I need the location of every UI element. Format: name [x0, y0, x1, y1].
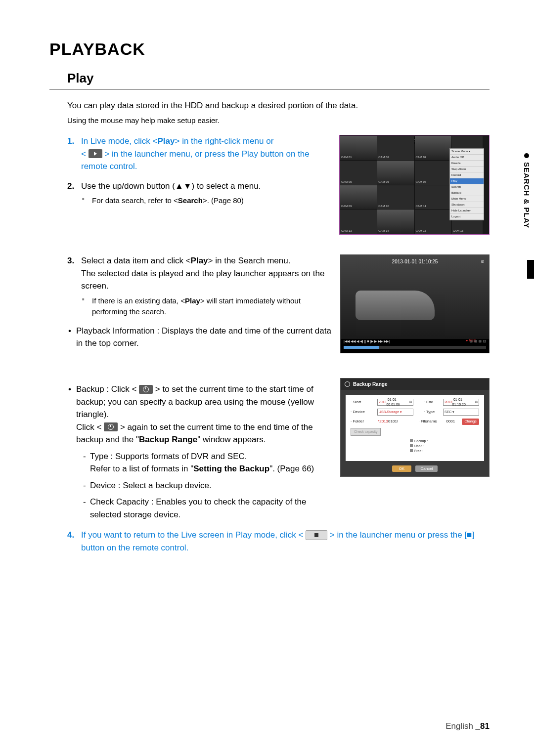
tb-last[interactable]: ▶▶| — [384, 339, 390, 344]
cam-label: CAM 01 — [341, 155, 352, 160]
dash1-a: Type : Supports formats of DVR and SEC. — [90, 452, 247, 461]
step-4-num: 4. — [67, 529, 74, 542]
fig1-context-menu[interactable]: Scene Mode ▸ Audio Off Freeze Stop Alarm… — [449, 148, 484, 220]
fig2-timestamp: 2013-01-01 01:10:25 — [392, 258, 438, 265]
tb-stepback[interactable]: ◀| — [360, 339, 363, 344]
fig3-end-field[interactable]: 2013-01-01 01:10:25 ⧉ — [443, 399, 479, 406]
side-tab-label: SEARCH & PLAY — [523, 162, 531, 228]
fig2-rec: ● REC — [466, 338, 476, 343]
fig3-folder-lbl: · Folder — [351, 419, 375, 424]
step-1-num: 1. — [67, 135, 74, 148]
fig3-device-field[interactable]: USB-Storage ▾ — [377, 409, 413, 416]
dash1-d: ". (Page 66) — [269, 464, 314, 473]
backup-icon — [345, 381, 350, 387]
clock-icon — [104, 422, 118, 431]
tb-back[interactable]: ◀ — [356, 339, 359, 344]
dash-capacity: Check Capacity : Enables you to check th… — [76, 496, 331, 521]
step-2-sub-c: >. (Page 80) — [203, 196, 244, 205]
car-shape — [356, 291, 435, 320]
step-4-a: If you want to return to the Live screen… — [81, 530, 306, 540]
intro-line-2: Using the mouse may help make setup easi… — [67, 115, 490, 126]
step-1-play: Play — [158, 136, 175, 146]
figure-playback-screen: 2013-01-01 01:10:25 ⎚ |◀◀ ◀◀ ◀ ◀| || ■ |… — [340, 254, 490, 353]
cam-label: CAM 02 — [378, 155, 389, 160]
ctx-item[interactable]: Stop Alarm — [450, 167, 484, 172]
tb-play[interactable]: ▶ — [374, 339, 377, 344]
fig3-check-capacity-button[interactable]: Check capacity — [351, 428, 381, 436]
intro-line-1: You can play data stored in the HDD and … — [67, 99, 490, 112]
section-side-tab: SEARCH & PLAY — [519, 153, 534, 257]
backup-c: Click < — [76, 422, 104, 432]
ctx-item[interactable]: Freeze — [450, 161, 484, 167]
fig3-type-field[interactable]: SEC ▾ — [443, 409, 479, 416]
fig3-start-field[interactable]: 2013-01-01 00:01:06 ⧉ — [377, 399, 413, 406]
step-3: 3. Select a data item and click <Play> i… — [67, 254, 331, 318]
fig3-device-lbl: · Device — [351, 409, 374, 415]
tb-stop[interactable]: ■ — [367, 339, 369, 344]
footer-sep: _ — [476, 721, 480, 731]
dash1-c: Setting the Backup — [193, 464, 269, 473]
ctx-item[interactable]: Hide Launcher — [450, 208, 484, 214]
step-2: 2. Use the up/down button (▲▼) to select… — [67, 180, 330, 207]
fig2-progress[interactable] — [344, 346, 486, 349]
ctx-item[interactable]: Scene Mode ▸ — [450, 149, 484, 155]
step-4-c: ■ — [467, 530, 472, 540]
page-edge-marker — [527, 260, 534, 279]
step-3-a: Select a data item and click < — [81, 256, 191, 265]
playback-info-bullet: Playback Information : Displays the date… — [67, 325, 331, 350]
dash-type: Type : Supports formats of DVR and SEC. … — [76, 450, 331, 475]
ctx-item[interactable]: Audio Off — [450, 155, 484, 161]
ctx-item[interactable]: Main Menu — [450, 196, 484, 202]
ctx-item[interactable]: Search — [450, 184, 484, 190]
fig3-title: Backup Range — [353, 380, 387, 388]
fig3-ok-button[interactable]: OK — [392, 465, 412, 472]
fig3-stats: Backup : Used : Free : — [410, 439, 479, 453]
step-3-sub-a: If there is an existing data, < — [92, 296, 185, 305]
backup-f: " window appears. — [197, 435, 266, 444]
tb-rw[interactable]: ◀◀ — [351, 339, 356, 344]
step-2-sub-a: For data search, refer to < — [92, 196, 178, 205]
step-3-b: > in the Search menu. — [208, 256, 291, 265]
backup-bullet: Backup : Click < > to set the current ti… — [67, 383, 331, 446]
tb-stepfwd[interactable]: |▶ — [370, 339, 374, 344]
ctx-item[interactable]: Shutdown — [450, 202, 484, 208]
fig3-type-lbl: · Type — [424, 409, 440, 415]
cam-label: CAM 05 — [341, 180, 352, 184]
ctx-item-play[interactable]: Play — [450, 178, 484, 184]
cam-label: CAM 13 — [341, 229, 352, 233]
tb-pause[interactable]: || — [364, 339, 366, 344]
cam-label: CAM 14 — [378, 229, 389, 233]
cam-label: CAM 07 — [416, 180, 427, 184]
ctx-item[interactable]: Logout — [450, 214, 484, 220]
fig3-filename-lbl: · Filename — [418, 419, 443, 424]
figure-backup-range-dialog: Backup Range · Start 2013-01-01 00:01:06… — [340, 378, 490, 477]
fig3-filename-val: 0001 — [446, 419, 455, 424]
ctx-item[interactable]: Backup — [450, 190, 484, 196]
fig3-folder-val: \20130101\ — [378, 419, 398, 424]
step-2-num: 2. — [67, 180, 74, 193]
fig3-change-button[interactable]: Change — [462, 419, 479, 425]
bullet-dot — [524, 153, 529, 158]
cam-label: CAM 03 — [416, 155, 427, 160]
clock-icon — [139, 385, 153, 394]
step-1-text-c: < — [81, 149, 89, 159]
step-3-c: The selected data is played and the play… — [81, 269, 324, 291]
cam-label: CAM 06 — [378, 180, 389, 184]
play-icon — [89, 149, 102, 158]
fig3-cancel-button[interactable]: Cancel — [415, 465, 438, 472]
fig3-end-lbl: · End — [424, 399, 440, 405]
tb-first[interactable]: |◀◀ — [344, 339, 350, 344]
ctx-item[interactable]: Record — [450, 172, 484, 178]
step-2-text: Use the up/down button (▲▼) to select a … — [81, 181, 261, 191]
step-4-b: > in the launcher menu or press the [ — [327, 530, 467, 540]
step-3-sub-b: Play — [185, 296, 200, 305]
stop-icon — [306, 530, 327, 540]
backup-a: Backup : Click < — [76, 384, 139, 394]
cam-label: CAM 16 — [453, 229, 464, 233]
cam-label: CAM 15 — [416, 229, 427, 233]
fig3-title-bar: Backup Range — [341, 378, 489, 390]
fig2-corner-icon: ⎚ — [481, 257, 484, 265]
step-1-text-a: In Live mode, click < — [81, 136, 158, 146]
tb-ff[interactable]: ▶▶ — [378, 339, 383, 344]
footer-pagenum: 81 — [480, 721, 490, 731]
